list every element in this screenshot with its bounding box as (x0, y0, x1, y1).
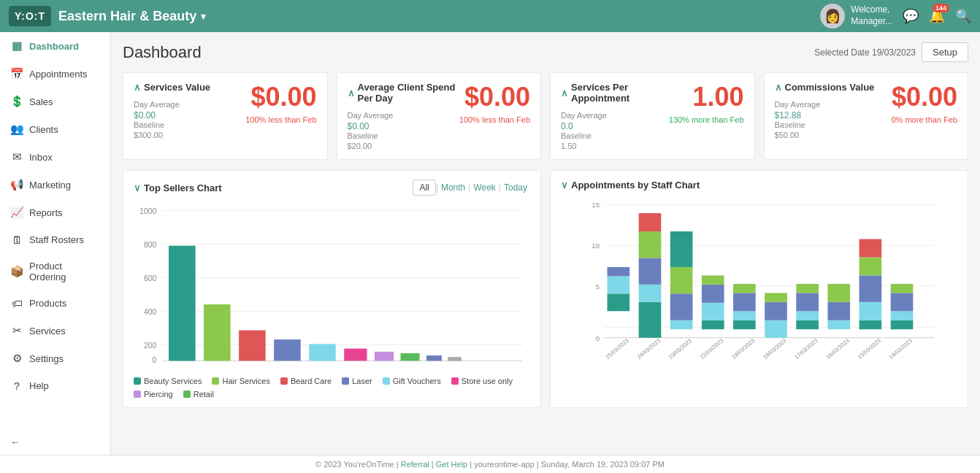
svg-text:14/03/2023: 14/03/2023 (888, 337, 914, 361)
product-ordering-icon: 📦 (10, 265, 23, 278)
services-icon: ✂ (10, 324, 23, 337)
sidebar-item-staff-rosters[interactable]: 🗓 Staff Rosters (0, 226, 110, 253)
stat-card-avg-client-spend: ∧ Average Client Spend Per Day Day Avera… (337, 72, 542, 160)
svg-rect-69 (891, 284, 914, 293)
svg-rect-15 (274, 339, 301, 361)
svg-text:15: 15 (592, 201, 600, 209)
svg-rect-51 (765, 320, 787, 338)
svg-rect-48 (733, 311, 756, 320)
avatar: 👩 (820, 4, 845, 28)
svg-rect-21 (448, 357, 462, 361)
svg-text:19/03/2023: 19/03/2023 (730, 337, 756, 361)
svg-rect-37 (639, 231, 662, 258)
svg-rect-42 (670, 231, 693, 267)
sidebar-item-marketing[interactable]: 📢 Marketing (0, 171, 110, 199)
svg-rect-52 (765, 302, 787, 320)
svg-rect-63 (860, 275, 882, 301)
svg-rect-13 (204, 304, 231, 361)
help-icon: ? (10, 380, 23, 392)
svg-text:10: 10 (592, 242, 600, 250)
svg-text:16/03/2023: 16/03/2023 (825, 337, 851, 361)
clients-icon: 👥 (10, 123, 23, 136)
appointments-staff-chart-header: ∨ Appointments by Staff Chart (561, 180, 957, 191)
svg-text:5: 5 (596, 282, 600, 291)
sidebar-item-reports[interactable]: 📈 Reports (0, 199, 110, 226)
marketing-icon: 📢 (10, 178, 23, 191)
stat-card-services-per-appt: ∧ Services Per Appointment Day Average 0… (550, 72, 755, 160)
svg-text:18/03/2023: 18/03/2023 (762, 337, 787, 361)
stats-row: ∧ Services Value Day Average $0.00 Basel… (123, 72, 968, 160)
stat-big-value-commissions: $0.00 (892, 82, 958, 112)
user-info[interactable]: 👩 Welcome, Manager... (820, 4, 892, 28)
svg-rect-61 (860, 320, 882, 329)
sidebar-item-services[interactable]: ✂ Services (0, 317, 110, 345)
sidebar-item-dashboard[interactable]: ▦ Dashboard (0, 32, 110, 60)
sidebar-item-clients[interactable]: 👥 Clients (0, 115, 110, 143)
svg-rect-54 (796, 320, 819, 329)
top-sellers-chart-header: ∨ Top Sellers Chart All | Month | Week |… (134, 180, 530, 196)
svg-text:22/03/2023: 22/03/2023 (699, 337, 724, 361)
svg-text:24/03/2023: 24/03/2023 (636, 337, 662, 361)
top-sellers-chart-card: ∨ Top Sellers Chart All | Month | Week |… (123, 170, 541, 408)
svg-text:600: 600 (144, 274, 157, 282)
legend-gift-vouchers: Gift Vouchers (383, 377, 441, 385)
stat-big-value-avg-spend: $0.00 (459, 82, 530, 112)
svg-rect-53 (765, 293, 787, 301)
appointments-staff-bar-chart: 15 10 5 0 (561, 198, 957, 366)
appointments-icon: 📅 (10, 67, 23, 80)
search-icon[interactable]: 🔍 (955, 8, 971, 24)
main-content: Dashboard Selected Date 19/03/2023 Setup… (111, 32, 980, 455)
svg-rect-33 (608, 267, 630, 276)
sidebar-item-settings[interactable]: ⚙ Settings (0, 345, 110, 372)
filter-today-link[interactable]: Today (501, 182, 530, 193)
svg-rect-32 (608, 276, 630, 293)
svg-rect-12 (169, 246, 196, 361)
top-sellers-bar-chart: 1000 800 600 400 200 0 (134, 203, 530, 371)
svg-rect-19 (400, 353, 419, 361)
get-help-link[interactable]: Get Help (436, 460, 467, 469)
top-sellers-legend: Beauty Services Hair Services Beard Care… (134, 377, 530, 399)
notification-icon[interactable]: 🔔 144 (929, 8, 945, 24)
legend-laser: Laser (342, 377, 372, 385)
svg-rect-67 (891, 311, 914, 320)
filter-month-link[interactable]: Month (438, 182, 468, 193)
footer: © 2023 You'reOnTime | Referral | Get Hel… (0, 455, 980, 473)
svg-rect-58 (827, 320, 850, 329)
stat-big-value-services-per-appt: 1.00 (669, 82, 744, 112)
svg-text:0: 0 (153, 356, 157, 364)
svg-rect-44 (702, 303, 724, 320)
sidebar-collapse[interactable]: ← (0, 429, 110, 455)
svg-rect-35 (639, 285, 662, 302)
stat-title-services-value: ∧ Services Value (134, 82, 245, 93)
selected-date-label: Selected Date 19/03/2023 (814, 47, 916, 58)
svg-rect-34 (639, 302, 662, 338)
setup-button[interactable]: Setup (922, 42, 968, 62)
filter-week-link[interactable]: Week (470, 182, 498, 193)
svg-rect-39 (670, 320, 693, 329)
top-nav: Y:O:T Eastern Hair & Beauty ▾ 👩 Welcome,… (0, 0, 980, 32)
chat-icon[interactable]: 💬 (903, 8, 919, 24)
referral-link[interactable]: Referral (401, 460, 429, 469)
svg-rect-66 (891, 320, 914, 329)
svg-rect-59 (827, 302, 850, 320)
svg-text:15/03/2023: 15/03/2023 (857, 337, 882, 361)
filter-all-button[interactable]: All (413, 180, 435, 196)
svg-text:1000: 1000 (139, 207, 156, 215)
reports-icon: 📈 (10, 206, 23, 219)
app-title[interactable]: Eastern Hair & Beauty ▾ (58, 9, 206, 24)
appointments-staff-chart-title: ∨ Appointments by Staff Chart (561, 180, 957, 191)
staff-rosters-icon: 🗓 (10, 234, 23, 246)
sidebar-item-products[interactable]: 🏷 Products (0, 290, 110, 317)
legend-retail: Retail (183, 390, 214, 399)
page-title: Dashboard (123, 43, 814, 62)
sidebar-item-help[interactable]: ? Help (0, 372, 110, 399)
content-header: Dashboard Selected Date 19/03/2023 Setup (123, 42, 968, 62)
sidebar-item-product-ordering[interactable]: 📦 Product Ordering (0, 253, 110, 290)
stat-title-commissions: ∧ Commissions Value (775, 82, 892, 93)
svg-text:800: 800 (144, 241, 157, 249)
legend-hair-services: Hair Services (212, 377, 269, 385)
sidebar-item-inbox[interactable]: ✉ Inbox (0, 143, 110, 171)
sidebar-item-sales[interactable]: 💲 Sales (0, 88, 110, 115)
sidebar-item-appointments[interactable]: 📅 Appointments (0, 60, 110, 88)
dashboard-icon: ▦ (10, 39, 23, 53)
